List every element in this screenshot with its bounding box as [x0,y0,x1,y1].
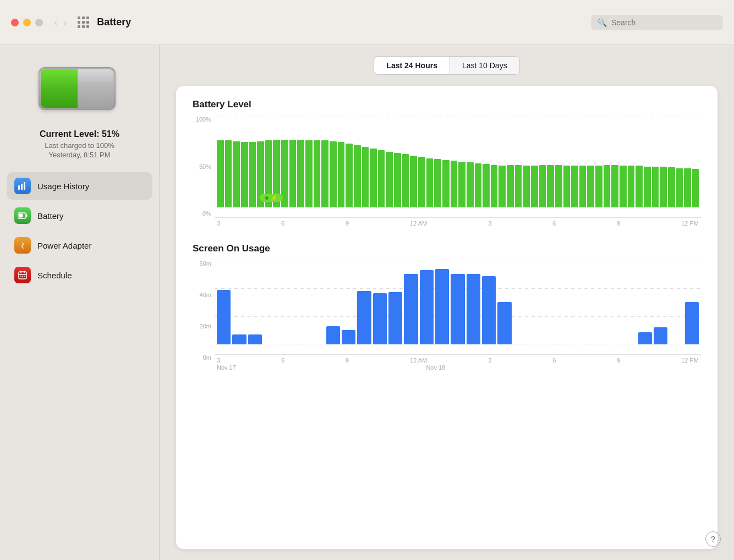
usage-bar [497,302,511,344]
svg-rect-7 [19,272,26,279]
battery-x-label: 9 [346,220,349,227]
svg-marker-6 [21,241,24,249]
svg-point-13 [24,276,25,277]
battery-bar [434,159,441,207]
sidebar-item-label-schedule: Schedule [37,271,72,280]
battery-bar [467,162,474,207]
battery-bar [491,165,498,207]
battery-bar [386,152,393,207]
battery-x-label: 6 [552,220,556,227]
usage-bar [248,334,262,344]
battery-x-label: 9 [617,220,620,227]
usage-x-label: 12 PM [681,357,699,364]
sidebar-menu: Usage History Battery Power Adapter Sche… [0,172,159,289]
date-label-nov18: Nov 18 [426,364,445,371]
grid-icon[interactable] [78,17,89,28]
usage-bar [232,334,246,344]
battery-bar [426,158,434,207]
last-charged: Last charged to 100% [40,141,119,150]
battery-bar [531,166,538,207]
battery-bar [378,150,385,207]
last-24h-button[interactable]: Last 24 Hours [374,56,450,75]
last-10d-button[interactable]: Last 10 Days [450,56,520,75]
power-adapter-icon [14,237,31,254]
battery-bar [611,165,618,207]
usage-y-axis: 60m 40m 20m 0m [193,261,215,371]
battery-bar [507,165,514,207]
battery-bar [241,142,248,207]
usage-chart-area [215,261,701,355]
battery-bar [321,140,328,207]
battery-bar [595,166,602,207]
battery-bar [676,168,683,207]
maximize-button[interactable] [35,19,43,26]
battery-bar [652,167,659,207]
sidebar-item-label-battery: Battery [37,211,64,221]
battery-bar [354,145,361,207]
battery-bar [692,169,699,207]
usage-bar [404,274,418,344]
screen-usage-title: Screen On Usage [193,243,701,254]
battery-x-label: 3 [488,220,491,227]
battery-chart-wrapper: 100% 50% 0% [193,117,701,227]
y-label-20m: 20m [193,323,211,330]
battery-bar [370,149,377,207]
battery-bar [620,166,627,207]
sidebar: Current Level: 51% Last charged to 100% … [0,45,160,560]
svg-rect-4 [26,215,28,217]
battery-bar [684,168,691,207]
battery-bar [483,164,490,207]
search-bar[interactable]: 🔍 [591,15,723,30]
back-button[interactable]: ‹ [54,16,58,29]
y-label-60m: 60m [193,261,211,267]
battery-bar [249,142,256,207]
usage-bar [482,276,496,344]
charged-time: Yesterday, 8:51 PM [40,151,119,159]
sidebar-item-usage-history[interactable]: Usage History [7,172,152,200]
window-controls [11,19,43,26]
battery-bar [636,166,643,207]
battery-bar [628,166,635,207]
svg-rect-2 [24,182,25,190]
battery-bar [394,153,401,207]
forward-button[interactable]: › [63,16,67,29]
battery-x-axis: 36912 AM36912 PM [215,220,701,227]
search-input[interactable] [611,18,716,27]
battery-body [39,67,116,110]
battery-bar [289,140,297,207]
battery-bar [402,154,409,207]
usage-x-label: 9 [617,357,620,364]
search-icon: 🔍 [598,18,607,27]
y-label-100: 100% [193,117,211,123]
battery-bar [563,166,571,207]
usage-bar [420,270,434,344]
battery-bar [305,140,313,207]
close-button[interactable] [11,19,19,26]
battery-bar [217,140,224,207]
battery-bar [314,140,321,207]
svg-rect-1 [21,184,23,190]
battery-chart-area: ⚡ [215,117,701,218]
usage-x-label: 3 [217,357,220,364]
battery-bar [338,142,345,207]
svg-rect-0 [18,185,20,190]
battery-x-label: 6 [281,220,284,227]
battery-x-label: 12 AM [410,220,427,227]
charts-container: Battery Level 100% 50% 0% [176,86,717,549]
sidebar-item-label-power: Power Adapter [37,241,91,250]
usage-bar [638,332,652,344]
content-area: Last 24 Hours Last 10 Days Battery Level… [160,45,734,560]
sidebar-item-schedule[interactable]: Schedule [7,261,152,289]
sidebar-item-battery[interactable]: Battery [7,202,152,229]
sidebar-item-power-adapter[interactable]: Power Adapter [7,232,152,259]
battery-bar [499,166,506,207]
help-button[interactable]: ? [705,531,721,547]
battery-bar [587,166,594,207]
battery-bar [668,167,675,207]
sidebar-item-label-usage: Usage History [37,182,89,191]
usage-x-label: 3 [488,357,491,364]
battery-level-chart: Battery Level 100% 50% 0% [193,99,701,227]
minimize-button[interactable] [23,19,31,26]
y-label-0m: 0m [193,355,211,361]
usage-bar [217,290,231,344]
